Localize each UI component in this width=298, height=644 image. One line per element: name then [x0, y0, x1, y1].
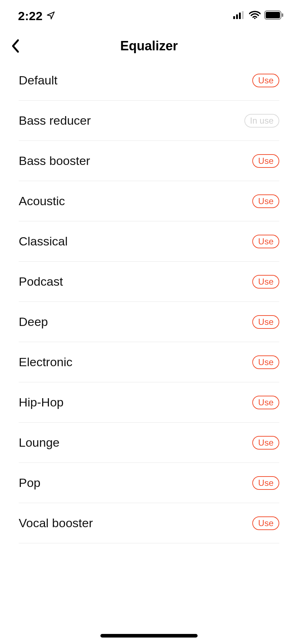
svg-rect-7: [282, 13, 283, 17]
use-button[interactable]: Use: [252, 74, 279, 87]
preset-label: Bass booster: [19, 154, 90, 168]
status-right: [233, 10, 284, 21]
preset-label: Lounge: [19, 436, 59, 450]
list-item: DefaultUse: [19, 60, 279, 101]
use-button[interactable]: Use: [252, 355, 279, 369]
use-button[interactable]: Use: [252, 396, 279, 409]
use-button[interactable]: Use: [252, 194, 279, 208]
chevron-left-icon: [11, 39, 19, 53]
list-item: Bass boosterUse: [19, 141, 279, 181]
use-button[interactable]: Use: [252, 315, 279, 329]
preset-label: Bass reducer: [19, 114, 91, 128]
list-item: DeepUse: [19, 302, 279, 342]
svg-rect-6: [266, 12, 280, 18]
status-left: 2:22: [18, 9, 55, 23]
preset-label: Default: [19, 73, 58, 87]
list-item: AcousticUse: [19, 181, 279, 221]
status-bar: 2:22: [0, 0, 298, 32]
svg-point-4: [254, 18, 256, 19]
battery-icon: [264, 10, 284, 21]
svg-rect-3: [242, 11, 244, 19]
list-item: PodcastUse: [19, 262, 279, 302]
preset-label: Deep: [19, 315, 48, 329]
use-button[interactable]: Use: [252, 436, 279, 450]
use-button[interactable]: Use: [252, 154, 279, 168]
list-item: LoungeUse: [19, 423, 279, 463]
preset-label: Podcast: [19, 275, 63, 289]
use-button[interactable]: Use: [252, 476, 279, 490]
list-item: Bass reducerIn use: [19, 101, 279, 141]
list-item: PopUse: [19, 463, 279, 503]
list-item: ElectronicUse: [19, 342, 279, 382]
list-item: Hip-HopUse: [19, 382, 279, 423]
in-use-button: In use: [244, 114, 279, 128]
svg-rect-1: [236, 14, 238, 19]
preset-label: Vocal booster: [19, 516, 93, 530]
preset-label: Hip-Hop: [19, 395, 64, 409]
preset-label: Classical: [19, 234, 68, 248]
status-time: 2:22: [18, 9, 42, 23]
page-title: Equalizer: [0, 38, 298, 54]
location-icon: [46, 9, 55, 23]
list-item: Vocal boosterUse: [19, 503, 279, 543]
wifi-icon: [249, 11, 261, 21]
svg-rect-2: [239, 13, 241, 19]
preset-list: DefaultUseBass reducerIn useBass booster…: [0, 60, 298, 543]
preset-label: Electronic: [19, 355, 72, 369]
svg-rect-0: [233, 16, 235, 19]
preset-label: Acoustic: [19, 194, 65, 208]
preset-label: Pop: [19, 476, 41, 490]
cellular-icon: [233, 11, 245, 20]
list-item: ClassicalUse: [19, 221, 279, 262]
back-button[interactable]: [8, 39, 22, 53]
header: Equalizer: [0, 32, 298, 60]
use-button[interactable]: Use: [252, 275, 279, 289]
use-button[interactable]: Use: [252, 516, 279, 530]
home-indicator[interactable]: [100, 634, 198, 638]
use-button[interactable]: Use: [252, 235, 279, 248]
